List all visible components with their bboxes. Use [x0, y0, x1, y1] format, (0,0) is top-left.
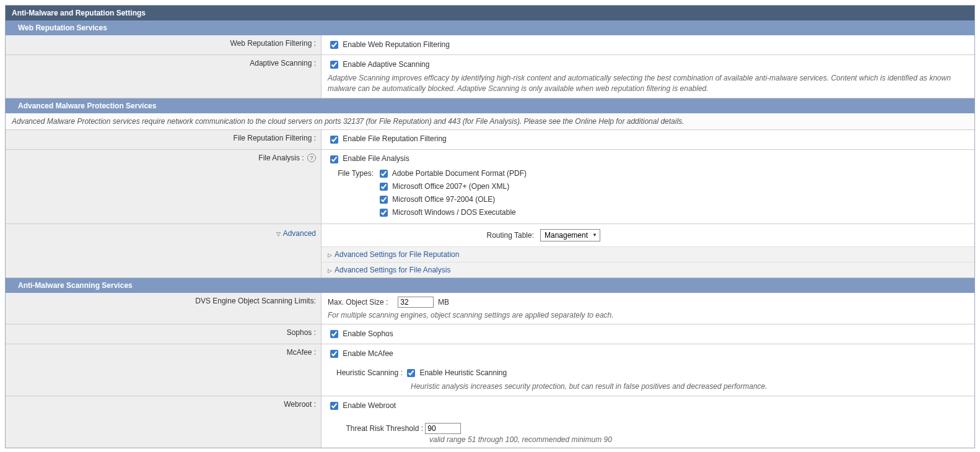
checkbox-enable-sophos[interactable]: [330, 330, 338, 338]
label-webroot: Webroot :: [6, 396, 322, 448]
row-mcafee: McAfee : Enable McAfee Heuristic Scannin…: [6, 344, 974, 396]
checkbox-row-ft-ole[interactable]: Microsoft Office 97-2004 (OLE): [377, 194, 527, 206]
settings-panel: Anti-Malware and Reputation Settings Web…: [5, 5, 975, 448]
checkbox-label-enable-sophos: Enable Sophos: [343, 329, 393, 338]
checkbox-label-enable-webroot: Enable Webroot: [343, 401, 396, 410]
row-file-reputation-filtering: File Reputation Filtering : Enable File …: [6, 130, 974, 150]
section-header-amps: Advanced Malware Protection Services: [6, 98, 974, 113]
panel-title: Anti-Malware and Reputation Settings: [6, 6, 974, 20]
row-file-analysis: File Analysis : ? Enable File Analysis F…: [6, 150, 974, 224]
label-file-reputation-filtering: File Reputation Filtering :: [6, 130, 322, 149]
label-heuristic-scanning: Heuristic Scanning :: [336, 368, 403, 377]
checkbox-enable-adaptive-scanning[interactable]: [330, 61, 338, 69]
checkbox-enable-mcafee[interactable]: [330, 350, 338, 358]
ft-pdf-label: Adobe Portable Document Format (PDF): [392, 168, 527, 177]
checkbox-enable-heuristic[interactable]: [407, 369, 415, 377]
row-sophos: Sophos : Enable Sophos: [6, 324, 974, 344]
checkbox-label-enable-file-reputation: Enable File Reputation Filtering: [343, 134, 446, 143]
ft-exe-label: Microsoft Windows / DOS Executable: [392, 207, 515, 216]
note-amps: Advanced Malware Protection services req…: [6, 113, 974, 130]
label-web-reputation-filtering: Web Reputation Filtering :: [6, 35, 322, 54]
input-threat-threshold[interactable]: [425, 423, 461, 434]
row-advanced: Advanced Routing Table: Management Advan…: [6, 224, 974, 278]
hint-adaptive-scanning: Adaptive Scanning improves efficacy by i…: [328, 73, 968, 94]
checkbox-row-ft-pdf[interactable]: Adobe Portable Document Format (PDF): [377, 168, 527, 180]
row-dvs-limits: DVS Engine Object Scanning Limits: Max. …: [6, 293, 974, 325]
label-sophos: Sophos :: [6, 324, 322, 344]
section-header-amss: Anti-Malware Scanning Services: [6, 278, 974, 293]
checkbox-ft-ole[interactable]: [380, 196, 388, 204]
checkbox-enable-webroot[interactable]: [330, 402, 338, 410]
section-header-wrs: Web Reputation Services: [6, 20, 974, 35]
checkbox-enable-file-analysis[interactable]: [330, 155, 338, 163]
hint-dvs: For multiple scanning engines, object sc…: [328, 310, 968, 321]
checkbox-row-enable-file-analysis[interactable]: Enable File Analysis: [328, 154, 409, 163]
label-dvs-limits: DVS Engine Object Scanning Limits:: [6, 293, 322, 324]
unit-mb: MB: [438, 298, 449, 306]
checkbox-label-enable-web-reputation: Enable Web Reputation Filtering: [343, 40, 450, 49]
row-adaptive-scanning: Adaptive Scanning : Enable Adaptive Scan…: [6, 55, 974, 98]
label-threat-threshold: Threat Risk Threshold :: [336, 424, 423, 433]
checkbox-label-enable-heuristic: Enable Heuristic Scanning: [419, 368, 507, 377]
label-max-object-size: Max. Object Size :: [328, 298, 390, 306]
link-advanced-file-reputation[interactable]: Advanced Settings for File Reputation: [328, 250, 459, 259]
hint-heuristic: Heuristic analysis increases security pr…: [411, 381, 968, 392]
help-icon[interactable]: ?: [307, 154, 316, 162]
label-file-analysis: File Analysis : ?: [6, 150, 322, 224]
row-web-reputation-filtering: Web Reputation Filtering : Enable Web Re…: [6, 35, 974, 55]
checkbox-row-enable-adaptive-scanning[interactable]: Enable Adaptive Scanning: [328, 60, 429, 69]
checkbox-row-enable-mcafee[interactable]: Enable McAfee: [328, 349, 393, 358]
hint-threat-threshold: valid range 51 through 100, recommended …: [429, 435, 968, 444]
ft-openxml-label: Microsoft Office 2007+ (Open XML): [392, 181, 509, 190]
ft-ole-label: Microsoft Office 97-2004 (OLE): [392, 194, 495, 203]
routing-table-select[interactable]: Management: [540, 229, 600, 241]
input-max-object-size[interactable]: [398, 297, 434, 308]
checkbox-label-enable-file-analysis: Enable File Analysis: [343, 154, 409, 163]
advanced-toggle[interactable]: Advanced: [276, 229, 316, 238]
file-types-label: File Types:: [336, 168, 377, 220]
checkbox-ft-openxml[interactable]: [380, 183, 388, 191]
checkbox-row-ft-openxml[interactable]: Microsoft Office 2007+ (Open XML): [377, 181, 527, 193]
checkbox-row-enable-web-reputation[interactable]: Enable Web Reputation Filtering: [328, 40, 450, 49]
checkbox-label-enable-mcafee: Enable McAfee: [343, 349, 393, 358]
checkbox-enable-file-reputation[interactable]: [330, 136, 338, 144]
checkbox-row-enable-webroot[interactable]: Enable Webroot: [328, 401, 396, 410]
checkbox-row-ft-exe[interactable]: Microsoft Windows / DOS Executable: [377, 207, 527, 219]
checkbox-row-enable-sophos[interactable]: Enable Sophos: [328, 329, 393, 338]
label-adaptive-scanning: Adaptive Scanning :: [6, 55, 322, 98]
checkbox-ft-exe[interactable]: [380, 209, 388, 217]
routing-table-label: Routing Table:: [487, 231, 535, 240]
checkbox-enable-web-reputation[interactable]: [330, 41, 338, 49]
checkbox-row-enable-file-reputation[interactable]: Enable File Reputation Filtering: [328, 134, 447, 143]
row-webroot: Webroot : Enable Webroot Threat Risk Thr…: [6, 396, 974, 448]
label-mcafee: McAfee :: [6, 344, 322, 396]
checkbox-label-enable-adaptive-scanning: Enable Adaptive Scanning: [343, 60, 429, 69]
checkbox-row-enable-heuristic[interactable]: Enable Heuristic Scanning: [405, 368, 507, 377]
link-advanced-file-analysis[interactable]: Advanced Settings for File Analysis: [328, 266, 450, 274]
checkbox-ft-pdf[interactable]: [380, 170, 388, 178]
